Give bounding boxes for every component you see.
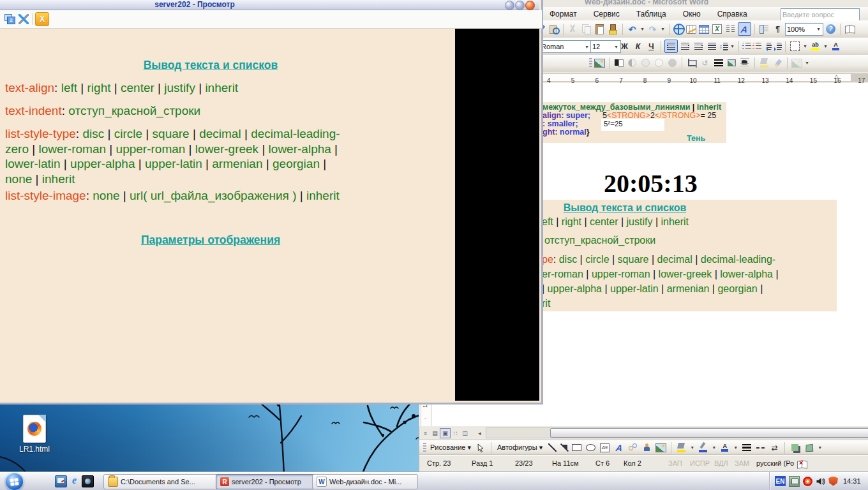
shadow-style-icon[interactable] [789, 442, 801, 454]
desktop-icon-lr1[interactable]: LR1.html [10, 415, 59, 454]
borders-dropdown[interactable]: ▾ [802, 43, 808, 49]
tables-and-borders-icon[interactable] [686, 25, 696, 34]
volume-tray-icon[interactable] [816, 477, 825, 486]
help-icon[interactable]: ? [825, 23, 837, 35]
line-style-icon[interactable] [740, 442, 752, 454]
document-map-icon[interactable] [758, 23, 770, 35]
reset-picture-icon[interactable] [791, 57, 803, 69]
select-objects-icon[interactable] [475, 442, 487, 454]
redo-dropdown[interactable]: ▾ [660, 26, 666, 32]
menu-tools[interactable]: Сервис [592, 8, 621, 20]
dash-style-icon[interactable] [754, 442, 767, 454]
contrast-down-icon[interactable] [640, 57, 652, 69]
spelling-status-icon[interactable]: × [796, 458, 808, 468]
start-button[interactable] [5, 473, 24, 490]
taskbar-button-radmin[interactable]: R server202 - Просмотр [216, 474, 317, 489]
text-wrapping-icon[interactable] [739, 57, 751, 69]
line-spacing-button[interactable] [719, 43, 728, 50]
view-reading-button[interactable]: ◫ [460, 429, 470, 438]
copy-icon[interactable] [580, 23, 592, 35]
security-shield-tray-icon[interactable] [828, 477, 838, 486]
clip-art-icon[interactable] [641, 442, 653, 454]
view-outline-button[interactable]: ∷ [451, 429, 460, 438]
menu-table[interactable]: Таблица [635, 8, 668, 20]
insert-picture-icon[interactable] [655, 442, 667, 454]
compress-pictures-icon[interactable] [726, 57, 738, 69]
autoshapes-menu-button[interactable]: Автофигуры ▾ [495, 443, 544, 452]
underline-button[interactable]: Ч [645, 40, 657, 52]
undo-dropdown[interactable]: ▾ [640, 26, 645, 32]
line-style-icon[interactable] [712, 57, 724, 69]
toolbar-grip[interactable] [589, 58, 592, 68]
menu-window[interactable]: Окно [682, 8, 702, 20]
align-left-button[interactable] [664, 40, 678, 53]
contrast-up-icon[interactable] [626, 57, 638, 69]
page-heading-top[interactable]: Вывод текста и списков [0, 59, 421, 72]
ask-question-input[interactable]: Введите вопрос [781, 8, 860, 21]
align-center-button[interactable] [679, 40, 691, 52]
font-size-select[interactable]: 12▾ [590, 40, 621, 53]
read-mode-icon[interactable] [844, 23, 856, 35]
align-justify-button[interactable] [706, 40, 718, 52]
borders-button[interactable] [789, 40, 801, 52]
threed-style-icon[interactable] [803, 442, 815, 454]
bullet-list-button[interactable] [752, 43, 761, 50]
language-indicator[interactable]: EN [775, 476, 786, 486]
text-box-icon[interactable]: A≡ [599, 442, 611, 454]
highlight-button[interactable]: ab [809, 40, 821, 52]
view-normal-button[interactable]: ≡ [421, 429, 430, 438]
font-color-icon[interactable]: A [719, 442, 731, 454]
radmin-server-tray-icon[interactable] [789, 476, 800, 487]
toolbar-options-dropdown[interactable]: ▾ [804, 60, 810, 66]
connections-list-icon[interactable] [3, 12, 17, 26]
line-color-icon[interactable] [697, 442, 709, 454]
draw-line-icon[interactable] [546, 442, 558, 454]
decrease-indent-button[interactable] [763, 43, 772, 50]
wordart-icon[interactable]: A [613, 442, 625, 454]
ruler-indent-marker[interactable]: △ [834, 73, 839, 80]
format-painter-icon[interactable] [607, 23, 619, 35]
draw-menu-button[interactable]: Рисование ▾ [428, 443, 473, 452]
brightness-up-icon[interactable] [653, 57, 665, 69]
page-heading-bottom[interactable]: Параметры отображения [0, 234, 421, 247]
draw-arrow-icon[interactable] [560, 443, 569, 452]
picture-color-icon[interactable] [613, 57, 625, 69]
rotate-left-icon[interactable]: ↺ [699, 57, 711, 69]
undo-icon[interactable]: ↶ [626, 23, 638, 35]
line-spacing-dropdown[interactable]: ▾ [730, 43, 735, 49]
increase-indent-button[interactable] [773, 43, 782, 50]
viewer-title-bar[interactable]: server202 - Просмотр [0, 0, 539, 10]
crop-icon[interactable] [685, 57, 698, 69]
line-color-dropdown[interactable]: ▾ [711, 445, 717, 450]
redo-icon[interactable]: ↷ [647, 23, 659, 35]
research-icon[interactable] [548, 23, 560, 35]
settings-tools-icon[interactable] [17, 12, 31, 26]
status-track-toggle[interactable]: ИСПР [690, 459, 710, 467]
italic-button[interactable]: К [632, 40, 644, 52]
format-object-icon[interactable] [758, 57, 770, 69]
columns-icon[interactable] [724, 23, 737, 35]
view-web-button[interactable]: ▤ [430, 429, 440, 438]
paste-icon[interactable] [594, 23, 606, 35]
menu-help[interactable]: Справка [716, 8, 749, 20]
view-print-button[interactable]: ▣ [440, 428, 451, 438]
fill-color-dropdown[interactable]: ▾ [689, 445, 695, 450]
minimize-button[interactable] [505, 1, 514, 10]
show-desktop-icon[interactable] [55, 475, 67, 487]
horizontal-scrollbar-thumb[interactable] [550, 428, 868, 438]
status-rec-toggle[interactable]: ЗАП [668, 459, 682, 467]
insert-hyperlink-icon[interactable] [673, 23, 685, 35]
toolbar-options-dropdown[interactable]: ▾ [817, 445, 823, 450]
insert-table-icon[interactable] [698, 23, 710, 35]
arrow-style-icon[interactable]: ⇄ [768, 442, 781, 454]
status-ovr-toggle[interactable]: ЗАМ [735, 459, 749, 467]
toolbar-grip[interactable] [423, 443, 426, 453]
show-marks-icon[interactable]: ¶ [772, 23, 784, 35]
media-player-icon[interactable] [82, 475, 94, 487]
zoom-select[interactable]: 100%▾ [785, 23, 823, 36]
font-name-select[interactable]: Roman▾ [539, 40, 592, 53]
draw-rectangle-icon[interactable] [571, 442, 583, 454]
bold-button[interactable]: Ж [618, 40, 631, 52]
drawing-toggle-icon[interactable]: A [738, 22, 751, 36]
maximize-button[interactable] [515, 1, 525, 10]
